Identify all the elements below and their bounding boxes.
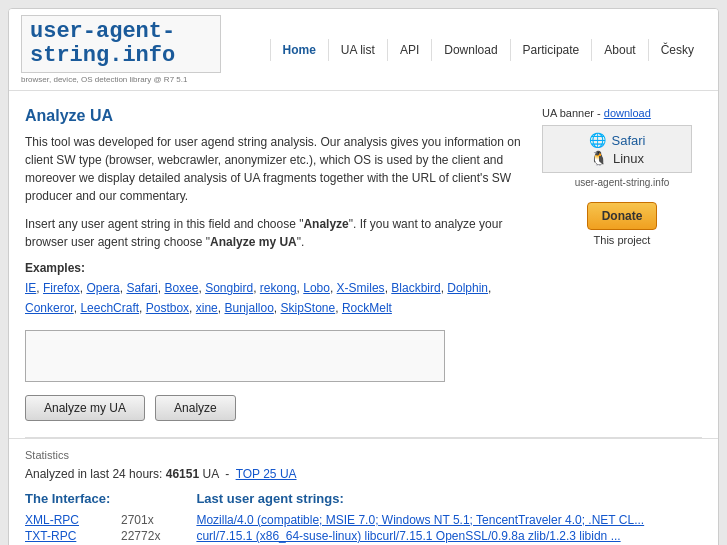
nav-about[interactable]: About: [591, 39, 647, 61]
example-conkeror[interactable]: Conkeror: [25, 301, 74, 315]
right-panel: UA banner - download 🌐 Safari 🐧 Linux us…: [542, 107, 702, 420]
stats-columns: The Interface: XML-RPC 2701x TXT-RPC 227…: [25, 491, 702, 545]
intro-text-1: This tool was developed for user agend s…: [25, 133, 526, 205]
header: user-agent-string.info browser, device, …: [9, 9, 718, 91]
table-row: Mozilla/4.0 (compatible; MSIE 7.0; Windo…: [196, 512, 654, 528]
stats-analyzed-line: Analyzed in last 24 hours: 46151 UA - TO…: [25, 467, 702, 481]
xml-rpc-link[interactable]: XML-RPC: [25, 513, 79, 527]
download-link[interactable]: download: [604, 107, 651, 119]
example-xine[interactable]: xine: [196, 301, 218, 315]
statistics: Statistics Analyzed in last 24 hours: 46…: [9, 438, 718, 545]
last-ua-title: Last user agent strings:: [196, 491, 654, 506]
ua-input-area: [25, 330, 526, 385]
xml-rpc-count: 2701x: [117, 512, 166, 528]
stats-title: Statistics: [25, 449, 702, 461]
donate-label: This project: [542, 234, 702, 246]
nav-home[interactable]: Home: [270, 39, 328, 61]
banner-box: 🌐 Safari 🐧 Linux: [542, 125, 692, 173]
example-boxee[interactable]: Boxee: [164, 281, 198, 295]
example-opera[interactable]: Opera: [86, 281, 119, 295]
example-songbird[interactable]: Songbird: [205, 281, 253, 295]
last-ua-table: Mozilla/4.0 (compatible; MSIE 7.0; Windo…: [196, 512, 654, 545]
table-row: XML-RPC 2701x: [25, 512, 166, 528]
donate-button[interactable]: Donate: [587, 202, 658, 230]
logo-subtitle: browser, device, OS detection library @ …: [21, 75, 241, 84]
globe-icon: 🌐: [589, 132, 606, 148]
example-firefox[interactable]: Firefox: [43, 281, 80, 295]
donate-area: Donate This project: [542, 202, 702, 246]
table-row: TXT-RPC 22772x: [25, 528, 166, 544]
example-xsmiles[interactable]: X-Smiles: [337, 281, 385, 295]
logo-text: user-agent-string.info: [30, 19, 175, 68]
example-skipstone[interactable]: SkipStone: [281, 301, 336, 315]
logo[interactable]: user-agent-string.info: [21, 15, 221, 73]
interface-col: The Interface: XML-RPC 2701x TXT-RPC 227…: [25, 491, 166, 545]
banner-linux-label: Linux: [613, 151, 644, 166]
nav-download[interactable]: Download: [431, 39, 509, 61]
stats-unit: UA: [202, 467, 218, 481]
txt-rpc-count: 22772x: [117, 528, 166, 544]
examples-links: IE, Firefox, Opera, Safari, Boxee, Songb…: [25, 279, 526, 317]
banner-linux-row: 🐧 Linux: [543, 150, 691, 166]
analyze-my-ua-button[interactable]: Analyze my UA: [25, 395, 145, 421]
nav: Home UA list API Download Participate Ab…: [241, 39, 706, 61]
analyze-button[interactable]: Analyze: [155, 395, 236, 421]
last-ua-col: Last user agent strings: Mozilla/4.0 (co…: [196, 491, 654, 545]
example-dolphin[interactable]: Dolphin: [447, 281, 488, 295]
logo-area: user-agent-string.info browser, device, …: [21, 15, 241, 84]
intro-text-2: Insert any user agent string in this fie…: [25, 215, 526, 251]
button-row: Analyze my UA Analyze: [25, 395, 526, 421]
interface-table: XML-RPC 2701x TXT-RPC 22772x simpleTXT-R…: [25, 512, 166, 545]
nav-participate[interactable]: Participate: [510, 39, 592, 61]
interface-title: The Interface:: [25, 491, 166, 506]
banner-safari-label: Safari: [612, 133, 646, 148]
ua-input[interactable]: [25, 330, 445, 382]
nav-api[interactable]: API: [387, 39, 431, 61]
stats-count: 46151: [166, 467, 199, 481]
example-lobo[interactable]: Lobo: [303, 281, 330, 295]
banner-safari-row: 🌐 Safari: [543, 132, 691, 148]
examples-label: Examples:: [25, 261, 526, 275]
nav-cesky[interactable]: Česky: [648, 39, 706, 61]
content: Analyze UA This tool was developed for u…: [9, 91, 718, 436]
stats-analyzed-label: Analyzed in last 24 hours:: [25, 467, 162, 481]
example-leechcraft[interactable]: LeechCraft: [80, 301, 139, 315]
example-bunjalloo[interactable]: Bunjalloo: [224, 301, 273, 315]
banner-site-link[interactable]: user-agent-string.info: [575, 177, 670, 188]
txt-rpc-link[interactable]: TXT-RPC: [25, 529, 76, 543]
last-ua-link-1[interactable]: curl/7.15.1 (x86_64-suse-linux) libcurl/…: [196, 529, 620, 543]
example-postbox[interactable]: Postbox: [146, 301, 189, 315]
banner-site-label: user-agent-string.info: [542, 177, 702, 188]
example-safari[interactable]: Safari: [126, 281, 157, 295]
table-row: curl/7.15.1 (x86_64-suse-linux) libcurl/…: [196, 528, 654, 544]
section-title: Analyze UA: [25, 107, 526, 125]
example-rekong[interactable]: rekong: [260, 281, 297, 295]
ua-banner-label: UA banner - download: [542, 107, 702, 119]
penguin-icon: 🐧: [590, 150, 607, 166]
last-ua-link-0[interactable]: Mozilla/4.0 (compatible; MSIE 7.0; Windo…: [196, 513, 644, 527]
nav-ua-list[interactable]: UA list: [328, 39, 387, 61]
example-rockmelt[interactable]: RockMelt: [342, 301, 392, 315]
left-panel: Analyze UA This tool was developed for u…: [25, 107, 526, 420]
top25-link[interactable]: TOP 25 UA: [236, 467, 297, 481]
example-blackbird[interactable]: Blackbird: [391, 281, 440, 295]
example-ie[interactable]: IE: [25, 281, 36, 295]
